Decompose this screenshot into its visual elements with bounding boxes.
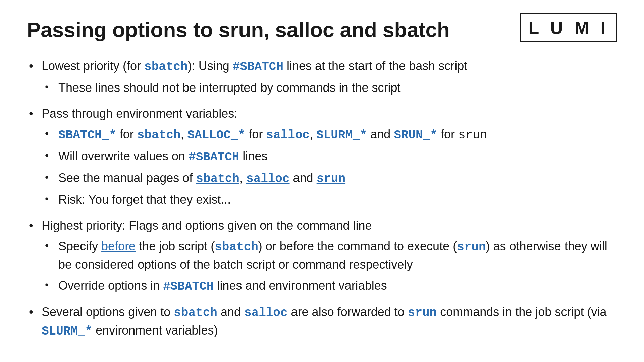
bullet-2-text: Pass through environment variables: [42,107,237,120]
sub-bullet-3-2: Override options in #SBATCH lines and en… [42,277,617,295]
sub-bullet-2-1: SBATCH_* for sbatch, SALLOC_* for salloc… [42,126,617,144]
salloc-link[interactable]: salloc [246,172,290,186]
lumi-logo: L U M I [520,13,617,42]
srun-link[interactable]: srun [317,172,345,186]
sub-3-1-text: Specify before the job script (sbatch) o… [58,239,607,272]
sub-list-3: Specify before the job script (sbatch) o… [42,238,617,296]
sbatch-directive-1: #SBATCH [233,60,283,74]
srun-plain-1: srun [458,128,487,142]
bullet-forwarded: Several options given to sbatch and sall… [27,303,617,340]
sub-2-3-text: See the manual pages of sbatch, salloc a… [58,171,345,185]
sub-bullet-2-2: Will overwrite values on #SBATCH lines [42,147,617,166]
salloc-code-2: salloc [244,306,288,320]
sbatch-code-4: sbatch [174,306,217,320]
sub-bullet-1-1: These lines should not be interrupted by… [42,79,617,97]
sub-bullet-2-3: See the manual pages of sbatch, salloc a… [42,169,617,188]
sub-1-1-text: These lines should not be interrupted by… [58,81,401,95]
slurm-star-2: SLURM_* [42,324,92,338]
sub-2-1-text: SBATCH_* for sbatch, SALLOC_* for salloc… [58,127,487,141]
slurm-star: SLURM_* [316,128,367,142]
bullet-lowest-priority: Lowest priority (for sbatch): Using #SBA… [27,57,617,97]
srun-code-2: srun [457,240,486,254]
sbatch-star: SBATCH_* [58,128,116,142]
sub-3-2-text: Override options in #SBATCH lines and en… [58,279,387,292]
bullet-env-variables: Pass through environment variables: SBAT… [27,105,617,209]
salloc-code-1: salloc [266,128,310,142]
sbatch-code-1: sbatch [144,60,188,74]
sub-list-1: These lines should not be interrupted by… [42,79,617,97]
sbatch-link[interactable]: sbatch [196,172,239,186]
bullet-highest-priority: Highest priority: Flags and options give… [27,217,617,296]
logo-text: L U M I [529,18,609,38]
bullet-1-text: Lowest priority (for sbatch): Using #SBA… [42,59,467,73]
sbatch-code-3: sbatch [215,240,258,254]
srun-star: SRUN_* [394,128,437,142]
sbatch-directive-3: #SBATCH [163,280,214,293]
sub-bullet-3-1: Specify before the job script (sbatch) o… [42,238,617,274]
srun-code-3: srun [408,306,437,320]
salloc-star: SALLOC_* [187,128,245,142]
sub-2-4-text: Risk: You forget that they exist... [58,193,231,206]
content-area: Lowest priority (for sbatch): Using #SBA… [27,57,617,340]
slide-container: L U M I Passing options to srun, salloc … [0,0,644,362]
main-bullet-list: Lowest priority (for sbatch): Using #SBA… [27,57,617,340]
sbatch-directive-2: #SBATCH [189,150,239,164]
sub-2-2-text: Will overwrite values on #SBATCH lines [58,149,267,163]
sub-list-2: SBATCH_* for sbatch, SALLOC_* for salloc… [42,126,617,209]
sub-bullet-2-4: Risk: You forget that they exist... [42,191,617,208]
bullet-3-text: Highest priority: Flags and options give… [42,219,372,232]
sbatch-code-2: sbatch [137,128,181,142]
bullet-4-text: Several options given to sbatch and sall… [42,305,606,337]
before-link[interactable]: before [101,239,136,253]
